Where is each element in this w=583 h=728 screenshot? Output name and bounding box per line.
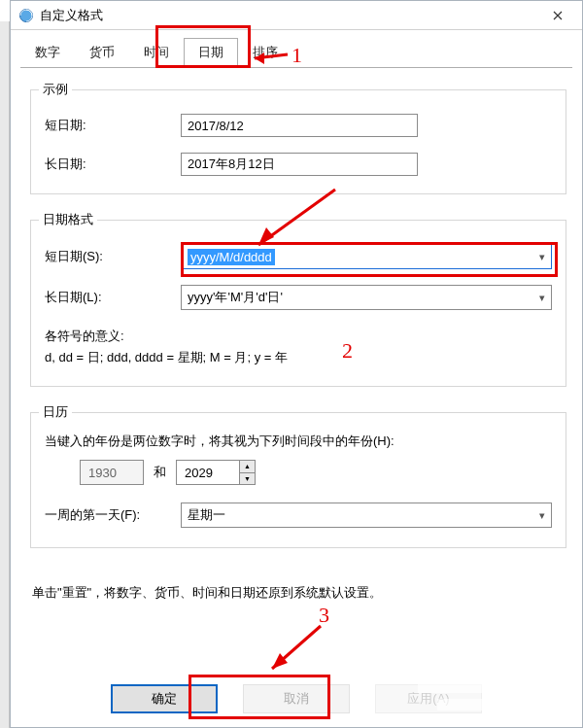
chevron-down-icon: ▾: [539, 509, 545, 522]
long-date-format-value: yyyy'年'M'月'd'日': [188, 289, 283, 306]
tab-currency[interactable]: 货币: [75, 38, 129, 67]
short-date-format-label: 短日期(S):: [45, 248, 181, 265]
year-from-field: 1930: [80, 460, 144, 485]
date-format-group-label: 日期格式: [39, 211, 97, 228]
long-date-example-label: 长日期:: [45, 156, 181, 173]
example-group-label: 示例: [39, 81, 72, 98]
first-day-label: 一周的第一天(F):: [45, 506, 181, 524]
tab-content-divider: [20, 67, 572, 68]
symbols-meaning: 各符号的意义: d, dd = 日; ddd, dddd = 星期; M = 月…: [45, 326, 552, 368]
stepper-up-icon[interactable]: ▲: [240, 461, 255, 473]
chevron-down-icon: ▾: [539, 251, 545, 263]
title-bar: 自定义格式: [11, 1, 582, 30]
long-date-format-combo[interactable]: yyyy'年'M'月'd'日' ▾: [181, 285, 552, 310]
tab-sort[interactable]: 排序: [238, 38, 292, 67]
short-date-example-label: 短日期:: [45, 117, 181, 134]
two-digit-year-hint: 当键入的年份是两位数字时，将其视为下列时间段中的年份(H):: [45, 433, 552, 450]
first-day-value: 星期一: [188, 506, 225, 524]
symbols-meaning-label: 各符号的意义:: [45, 326, 552, 347]
cancel-button-label: 取消: [284, 690, 309, 708]
title-text: 自定义格式: [40, 7, 535, 24]
example-group: 示例 短日期: 2017/8/12 长日期: 2017年8月12日: [30, 89, 566, 194]
tab-time[interactable]: 时间: [129, 38, 184, 67]
stepper-down-icon[interactable]: ▼: [240, 473, 255, 485]
long-date-format-label: 长日期(L):: [45, 289, 181, 306]
short-date-format-combo[interactable]: yyyy/M/d/dddd ▾: [181, 244, 552, 269]
close-icon: [553, 11, 563, 20]
year-to-value: 2029: [177, 461, 239, 484]
dialog-button-bar: 确定 取消 应用(A): [11, 678, 582, 727]
apply-button-label: 应用(A): [407, 690, 449, 708]
ok-button-label: 确定: [152, 690, 177, 708]
custom-format-dialog: 自定义格式 数字 货币 时间 日期 排序 示例 短日期: 2017/8/12 长…: [10, 0, 583, 728]
close-button[interactable]: [535, 1, 580, 30]
tab-bar: 数字 货币 时间 日期 排序: [11, 30, 582, 67]
reset-hint: 单击"重置"，将数字、货币、时间和日期还原到系统默认设置。: [32, 583, 565, 604]
year-and-label: 和: [154, 464, 166, 481]
symbols-meaning-text: d, dd = 日; ddd, dddd = 星期; M = 月; y = 年: [45, 347, 552, 368]
long-date-example-text: 2017年8月12日: [188, 156, 275, 173]
apply-button[interactable]: 应用(A): [375, 684, 482, 713]
year-from-value: 1930: [81, 461, 143, 484]
short-date-format-value: yyyy/M/d/dddd: [188, 249, 275, 265]
short-date-example-value: 2017/8/12: [181, 114, 418, 137]
tab-number[interactable]: 数字: [20, 38, 75, 67]
adjacent-left-panel: [0, 21, 10, 728]
chevron-down-icon: ▾: [539, 292, 545, 304]
tab-date[interactable]: 日期: [184, 38, 238, 68]
year-to-stepper[interactable]: 2029 ▲ ▼: [176, 460, 256, 485]
calendar-group: 日历 当键入的年份是两位数字时，将其视为下列时间段中的年份(H): 1930 和…: [30, 412, 566, 548]
svg-point-0: [20, 9, 33, 21]
ok-button[interactable]: 确定: [111, 684, 218, 713]
first-day-combo[interactable]: 星期一 ▾: [181, 503, 552, 528]
date-format-group: 日期格式 短日期(S): yyyy/M/d/dddd ▾ 长日期(L): yyy…: [30, 220, 566, 387]
calendar-group-label: 日历: [39, 403, 72, 421]
short-date-example-text: 2017/8/12: [188, 119, 244, 133]
long-date-example-value: 2017年8月12日: [181, 153, 418, 176]
tab-panel-date: 示例 短日期: 2017/8/12 长日期: 2017年8月12日 日期格式 短…: [11, 68, 582, 678]
cancel-button[interactable]: 取消: [243, 684, 350, 713]
app-icon: [18, 8, 34, 23]
